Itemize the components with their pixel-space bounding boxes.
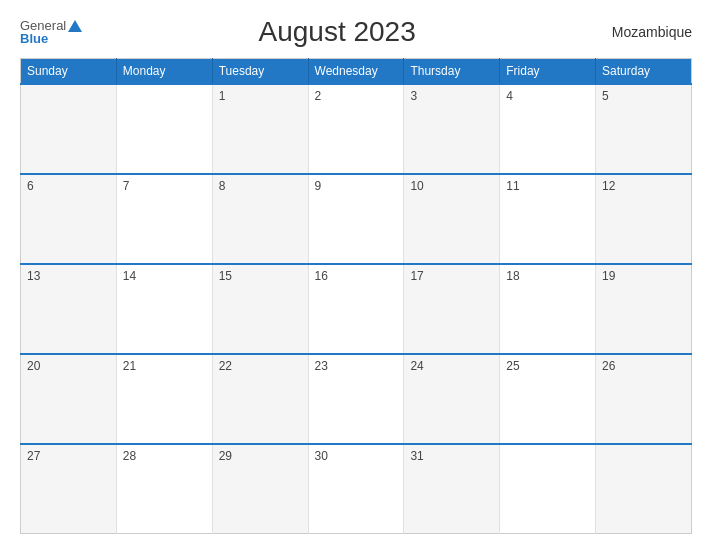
calendar-day-cell: 10 [404, 174, 500, 264]
day-number: 8 [219, 179, 226, 193]
day-number: 26 [602, 359, 615, 373]
header-friday: Friday [500, 59, 596, 85]
calendar-table: Sunday Monday Tuesday Wednesday Thursday… [20, 58, 692, 534]
calendar-day-cell: 25 [500, 354, 596, 444]
day-number: 11 [506, 179, 519, 193]
header-sunday: Sunday [21, 59, 117, 85]
day-number: 9 [315, 179, 322, 193]
calendar-day-cell: 29 [212, 444, 308, 534]
calendar-day-cell [116, 84, 212, 174]
day-number: 1 [219, 89, 226, 103]
calendar-day-cell: 3 [404, 84, 500, 174]
day-number: 23 [315, 359, 328, 373]
logo-triangle-icon [68, 20, 82, 32]
calendar-day-cell: 21 [116, 354, 212, 444]
calendar-day-cell: 13 [21, 264, 117, 354]
day-number: 22 [219, 359, 232, 373]
header-monday: Monday [116, 59, 212, 85]
day-number: 6 [27, 179, 34, 193]
calendar-day-cell [596, 444, 692, 534]
day-number: 25 [506, 359, 519, 373]
calendar-day-cell: 11 [500, 174, 596, 264]
day-number: 2 [315, 89, 322, 103]
calendar-day-cell: 30 [308, 444, 404, 534]
calendar-day-cell: 1 [212, 84, 308, 174]
day-number: 28 [123, 449, 136, 463]
header: General Blue August 2023 Mozambique [20, 16, 692, 48]
calendar-day-cell: 16 [308, 264, 404, 354]
calendar-week-row: 13141516171819 [21, 264, 692, 354]
day-number: 4 [506, 89, 513, 103]
day-number: 15 [219, 269, 232, 283]
calendar-day-cell [21, 84, 117, 174]
calendar-day-cell: 23 [308, 354, 404, 444]
calendar-day-cell: 31 [404, 444, 500, 534]
calendar-day-cell: 20 [21, 354, 117, 444]
calendar-day-cell: 7 [116, 174, 212, 264]
day-number: 29 [219, 449, 232, 463]
calendar-day-cell: 24 [404, 354, 500, 444]
day-number: 31 [410, 449, 423, 463]
day-number: 24 [410, 359, 423, 373]
calendar-day-cell: 17 [404, 264, 500, 354]
country-label: Mozambique [592, 24, 692, 40]
calendar-title: August 2023 [82, 16, 592, 48]
day-number: 13 [27, 269, 40, 283]
header-thursday: Thursday [404, 59, 500, 85]
calendar-week-row: 2728293031 [21, 444, 692, 534]
calendar-day-cell: 26 [596, 354, 692, 444]
day-number: 20 [27, 359, 40, 373]
calendar-day-cell: 18 [500, 264, 596, 354]
calendar-day-cell: 2 [308, 84, 404, 174]
header-tuesday: Tuesday [212, 59, 308, 85]
day-number: 3 [410, 89, 417, 103]
calendar-day-cell: 9 [308, 174, 404, 264]
day-number: 27 [27, 449, 40, 463]
calendar-day-cell: 6 [21, 174, 117, 264]
header-wednesday: Wednesday [308, 59, 404, 85]
calendar-day-cell: 12 [596, 174, 692, 264]
day-number: 14 [123, 269, 136, 283]
day-number: 7 [123, 179, 130, 193]
logo: General Blue [20, 19, 82, 45]
calendar-day-cell: 5 [596, 84, 692, 174]
day-number: 12 [602, 179, 615, 193]
calendar-day-cell: 8 [212, 174, 308, 264]
day-number: 30 [315, 449, 328, 463]
calendar-day-cell: 22 [212, 354, 308, 444]
calendar-day-cell: 28 [116, 444, 212, 534]
day-number: 5 [602, 89, 609, 103]
calendar-day-cell: 15 [212, 264, 308, 354]
page: General Blue August 2023 Mozambique Sund… [0, 0, 712, 550]
calendar-week-row: 12345 [21, 84, 692, 174]
day-number: 19 [602, 269, 615, 283]
calendar-week-row: 6789101112 [21, 174, 692, 264]
calendar-day-cell: 14 [116, 264, 212, 354]
calendar-day-cell [500, 444, 596, 534]
header-saturday: Saturday [596, 59, 692, 85]
calendar-day-cell: 27 [21, 444, 117, 534]
calendar-week-row: 20212223242526 [21, 354, 692, 444]
day-number: 18 [506, 269, 519, 283]
weekday-header-row: Sunday Monday Tuesday Wednesday Thursday… [21, 59, 692, 85]
calendar-day-cell: 4 [500, 84, 596, 174]
logo-blue-text: Blue [20, 32, 48, 45]
day-number: 21 [123, 359, 136, 373]
day-number: 17 [410, 269, 423, 283]
calendar-day-cell: 19 [596, 264, 692, 354]
day-number: 16 [315, 269, 328, 283]
day-number: 10 [410, 179, 423, 193]
